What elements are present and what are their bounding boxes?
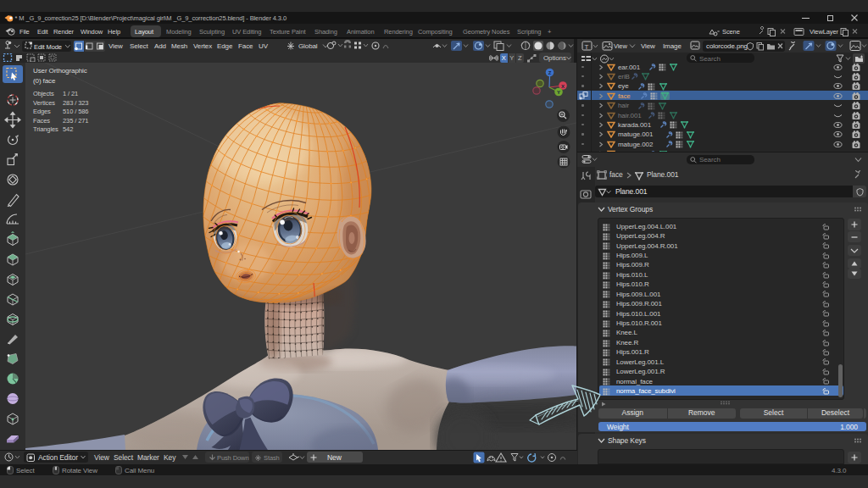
svg-text:T: T xyxy=(585,42,589,50)
svg-text:X: X xyxy=(561,84,565,89)
svg-text:Z: Z xyxy=(548,70,552,75)
svg-text:Y: Y xyxy=(557,90,560,95)
